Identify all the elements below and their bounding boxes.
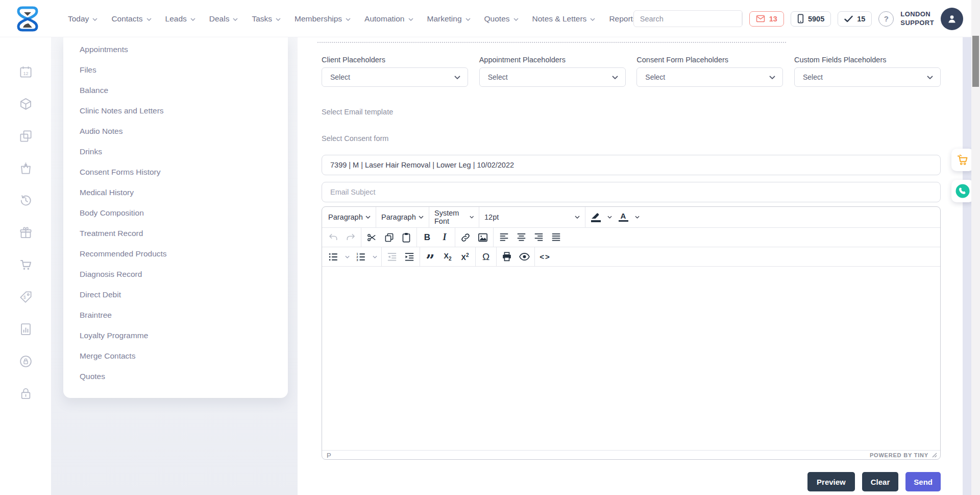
menu-item-drinks[interactable]: Drinks bbox=[63, 142, 288, 162]
align-right-button[interactable] bbox=[530, 228, 547, 247]
client-placeholders-select[interactable]: Select bbox=[322, 67, 468, 87]
special-character-button[interactable]: Ω bbox=[477, 247, 495, 266]
text-color-menu-button[interactable] bbox=[632, 207, 642, 227]
send-button[interactable]: Send bbox=[905, 472, 941, 491]
menu-item-files[interactable]: Files bbox=[63, 60, 288, 80]
align-left-button[interactable] bbox=[495, 228, 512, 247]
nav-deals[interactable]: Deals bbox=[209, 14, 238, 23]
cart-widget-button[interactable] bbox=[951, 149, 974, 171]
nav-quotes[interactable]: Quotes bbox=[484, 14, 519, 23]
resize-handle-icon[interactable] bbox=[932, 453, 937, 458]
menu-item-body-composition[interactable]: Body Composition bbox=[63, 203, 288, 223]
cut-button[interactable] bbox=[363, 228, 380, 247]
menu-item-recommended-products[interactable]: Recommended Products bbox=[63, 244, 288, 264]
subject-input-filled[interactable] bbox=[322, 155, 941, 175]
avatar[interactable] bbox=[941, 8, 963, 30]
subscript-button[interactable]: X2 bbox=[439, 247, 456, 266]
preview-button[interactable]: Preview bbox=[807, 472, 855, 491]
insert-link-button[interactable] bbox=[457, 228, 474, 247]
nav-today[interactable]: Today bbox=[68, 14, 97, 23]
select-consent-form[interactable]: Select Consent form bbox=[322, 128, 941, 149]
package-icon[interactable] bbox=[19, 97, 33, 111]
numbered-list-button[interactable]: 123 bbox=[352, 247, 370, 266]
paragraph-format-dropdown[interactable]: Paragraph bbox=[376, 207, 429, 227]
scrollbar-thumb[interactable] bbox=[972, 36, 979, 87]
nav-leads[interactable]: Leads bbox=[165, 14, 195, 23]
menu-item-medical-history[interactable]: Medical History bbox=[63, 182, 288, 203]
select-email-template[interactable]: Select Email template bbox=[322, 101, 941, 123]
nav-automation[interactable]: Automation bbox=[364, 14, 413, 23]
copy-button[interactable] bbox=[380, 228, 398, 247]
nav-notes-letters[interactable]: Notes & Letters bbox=[532, 14, 596, 23]
block-format-dropdown[interactable]: Paragraph bbox=[323, 207, 376, 227]
nav-tasks[interactable]: Tasks bbox=[252, 14, 281, 23]
italic-button[interactable]: I bbox=[436, 228, 453, 247]
numbered-list-menu-button[interactable] bbox=[370, 247, 380, 266]
nav-memberships[interactable]: Memberships bbox=[295, 14, 351, 23]
account-lock-icon[interactable] bbox=[19, 355, 33, 368]
undo-button[interactable] bbox=[325, 228, 342, 247]
mail-badge[interactable]: 13 bbox=[749, 11, 784, 27]
shopping-bag-icon[interactable] bbox=[19, 161, 33, 175]
menu-item-braintree[interactable]: Braintree bbox=[63, 305, 288, 325]
sms-badge[interactable]: 5905 bbox=[791, 11, 831, 27]
history-icon[interactable] bbox=[19, 194, 33, 207]
account-name-line2: SUPPORT bbox=[900, 19, 934, 28]
nav-contacts[interactable]: Contacts bbox=[111, 14, 151, 23]
insert-image-button[interactable] bbox=[474, 228, 492, 247]
menu-item-merge-contacts[interactable]: Merge Contacts bbox=[63, 346, 288, 366]
paste-button[interactable] bbox=[398, 228, 415, 247]
tiny-branding-link[interactable]: POWERED BY TINY bbox=[870, 452, 928, 458]
font-family-dropdown[interactable]: System Font bbox=[429, 207, 479, 227]
price-tag-icon[interactable]: $ bbox=[19, 290, 33, 304]
menu-item-balance[interactable]: Balance bbox=[63, 80, 288, 101]
email-subject-input[interactable] bbox=[322, 182, 941, 202]
blockquote-button[interactable]: ” bbox=[422, 247, 439, 266]
menu-item-quotes[interactable]: Quotes bbox=[63, 366, 288, 387]
bold-button[interactable]: B bbox=[419, 228, 436, 247]
help-button[interactable]: ? bbox=[878, 11, 894, 27]
outdent-button[interactable] bbox=[383, 247, 401, 266]
preview-toggle-button[interactable] bbox=[516, 247, 533, 266]
menu-item-diagnosis-record[interactable]: Diagnosis Record bbox=[63, 264, 288, 285]
nav-automation-label: Automation bbox=[364, 14, 404, 23]
highlight-color-menu-button[interactable] bbox=[604, 207, 615, 227]
menu-item-direct-debit[interactable]: Direct Debit bbox=[63, 285, 288, 305]
superscript-button[interactable]: X2 bbox=[456, 247, 474, 266]
font-size-dropdown[interactable]: 12pt bbox=[479, 207, 585, 227]
menu-item-loyalty-programme[interactable]: Loyalty Programme bbox=[63, 325, 288, 346]
menu-item-appointments[interactable]: Appointments bbox=[63, 39, 288, 60]
search-button[interactable] bbox=[742, 11, 743, 27]
clear-button[interactable]: Clear bbox=[862, 472, 899, 491]
phone-widget-button[interactable] bbox=[951, 180, 974, 202]
calendar-icon[interactable]: 12 bbox=[19, 65, 33, 79]
appointment-placeholders-select[interactable]: Select bbox=[479, 67, 626, 87]
highlight-color-button[interactable] bbox=[587, 207, 604, 227]
align-center-button[interactable] bbox=[512, 228, 530, 247]
source-code-button[interactable]: <> bbox=[536, 247, 554, 266]
gift-icon[interactable] bbox=[19, 226, 33, 240]
print-button[interactable] bbox=[498, 247, 516, 266]
menu-item-audio-notes[interactable]: Audio Notes bbox=[63, 121, 288, 142]
bullet-list-menu-button[interactable] bbox=[342, 247, 352, 266]
menu-item-clinic-notes[interactable]: Clinic Notes and Letters bbox=[63, 101, 288, 121]
app-logo-hourglass-icon[interactable] bbox=[14, 5, 41, 32]
redo-button[interactable] bbox=[342, 228, 359, 247]
nav-marketing[interactable]: Marketing bbox=[427, 14, 471, 23]
duplicate-icon[interactable] bbox=[19, 129, 33, 143]
editor-content-area[interactable] bbox=[322, 267, 940, 450]
justify-button[interactable] bbox=[547, 228, 565, 247]
bullet-list-button[interactable] bbox=[325, 247, 342, 266]
text-color-button[interactable]: A bbox=[615, 207, 632, 227]
tasks-badge[interactable]: 15 bbox=[838, 11, 872, 27]
menu-item-consent-forms-history[interactable]: Consent Forms History bbox=[63, 162, 288, 182]
consent-form-placeholders-select[interactable]: Select bbox=[636, 67, 783, 87]
lock-icon[interactable] bbox=[19, 387, 33, 400]
report-document-icon[interactable] bbox=[19, 322, 33, 336]
search-input[interactable] bbox=[634, 15, 742, 23]
cart-icon[interactable] bbox=[19, 258, 33, 272]
custom-fields-placeholders-select[interactable]: Select bbox=[794, 67, 941, 87]
menu-item-treatment-record[interactable]: Treatment Record bbox=[63, 223, 288, 244]
vertical-scrollbar[interactable] bbox=[971, 0, 980, 495]
indent-button[interactable] bbox=[401, 247, 418, 266]
